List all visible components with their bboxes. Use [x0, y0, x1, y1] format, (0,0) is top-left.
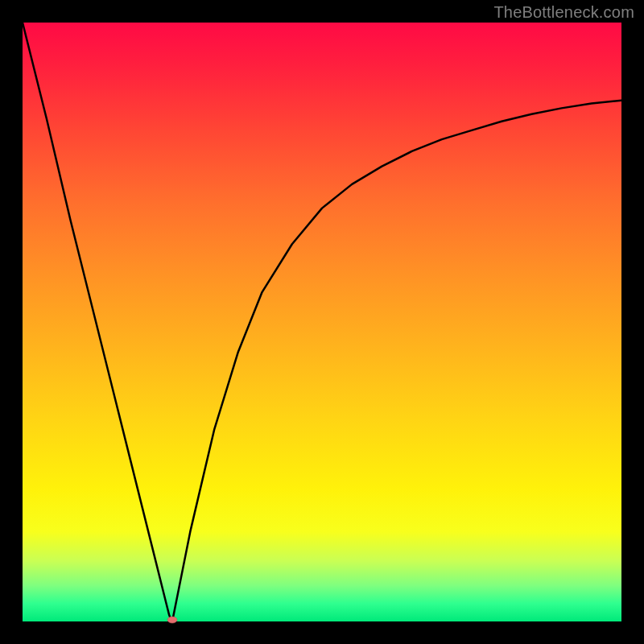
- watermark-text: TheBottleneck.com: [493, 3, 634, 22]
- chart-frame: TheBottleneck.com: [0, 0, 644, 644]
- bottleneck-curve: [23, 23, 621, 621]
- plot-area: [23, 23, 621, 621]
- min-marker: [167, 617, 177, 623]
- chart-svg: [23, 23, 621, 621]
